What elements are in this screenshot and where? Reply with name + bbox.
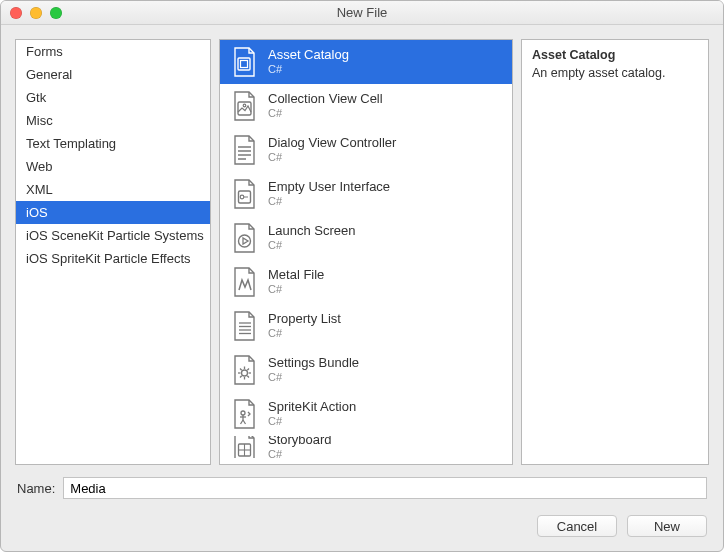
category-item[interactable]: Web xyxy=(16,155,210,178)
template-item[interactable]: Settings BundleC# xyxy=(220,348,512,392)
category-list[interactable]: FormsGeneralGtkMiscText TemplatingWebXML… xyxy=(16,40,210,270)
template-text: Dialog View ControllerC# xyxy=(268,136,396,164)
name-label: Name: xyxy=(17,481,55,496)
category-item[interactable]: XML xyxy=(16,178,210,201)
template-list[interactable]: Asset CatalogC#Collection View CellC#Dia… xyxy=(220,40,512,464)
category-item[interactable]: Misc xyxy=(16,109,210,132)
template-name: Dialog View Controller xyxy=(268,136,396,151)
category-item[interactable]: iOS SpriteKit Particle Effects xyxy=(16,247,210,270)
empty-ui-icon xyxy=(230,178,258,210)
template-item[interactable]: Property ListC# xyxy=(220,304,512,348)
zoom-window-button[interactable] xyxy=(50,7,62,19)
template-panel: Asset CatalogC#Collection View CellC#Dia… xyxy=(219,39,513,465)
template-lang: C# xyxy=(268,327,341,340)
template-name: Storyboard xyxy=(268,436,332,448)
collection-view-cell-icon xyxy=(230,90,258,122)
template-name: Asset Catalog xyxy=(268,48,349,63)
template-name: SpriteKit Action xyxy=(268,400,356,415)
template-text: Property ListC# xyxy=(268,312,341,340)
metal-file-icon xyxy=(230,266,258,298)
template-name: Property List xyxy=(268,312,341,327)
template-name: Metal File xyxy=(268,268,324,283)
panels: FormsGeneralGtkMiscText TemplatingWebXML… xyxy=(15,39,709,465)
template-lang: C# xyxy=(268,195,390,208)
dialog-view-controller-icon xyxy=(230,134,258,166)
template-text: StoryboardC# xyxy=(268,436,332,458)
asset-catalog-icon xyxy=(230,46,258,78)
close-window-button[interactable] xyxy=(10,7,22,19)
category-item[interactable]: Forms xyxy=(16,40,210,63)
template-item[interactable]: Collection View CellC# xyxy=(220,84,512,128)
template-name: Collection View Cell xyxy=(268,92,383,107)
window-title: New File xyxy=(1,5,723,20)
dialog-window: New File FormsGeneralGtkMiscText Templat… xyxy=(0,0,724,552)
dialog-body: FormsGeneralGtkMiscText TemplatingWebXML… xyxy=(1,25,723,551)
minimize-window-button[interactable] xyxy=(30,7,42,19)
template-lang: C# xyxy=(268,415,356,428)
template-item[interactable]: Metal FileC# xyxy=(220,260,512,304)
settings-bundle-icon xyxy=(230,354,258,386)
template-lang: C# xyxy=(268,151,396,164)
template-item[interactable]: Dialog View ControllerC# xyxy=(220,128,512,172)
description-body: An empty asset catalog. xyxy=(532,66,698,80)
spritekit-action-icon xyxy=(230,398,258,430)
template-text: Asset CatalogC# xyxy=(268,48,349,76)
template-item[interactable]: Asset CatalogC# xyxy=(220,40,512,84)
window-controls xyxy=(10,7,62,19)
template-text: Empty User InterfaceC# xyxy=(268,180,390,208)
template-name: Empty User Interface xyxy=(268,180,390,195)
category-item[interactable]: iOS xyxy=(16,201,210,224)
new-button[interactable]: New xyxy=(627,515,707,537)
property-list-icon xyxy=(230,310,258,342)
template-text: Settings BundleC# xyxy=(268,356,359,384)
template-text: SpriteKit ActionC# xyxy=(268,400,356,428)
template-lang: C# xyxy=(268,239,355,252)
button-row: Cancel New xyxy=(15,511,709,543)
titlebar: New File xyxy=(1,1,723,25)
category-item[interactable]: Text Templating xyxy=(16,132,210,155)
template-text: Collection View CellC# xyxy=(268,92,383,120)
category-panel: FormsGeneralGtkMiscText TemplatingWebXML… xyxy=(15,39,211,465)
description-panel: Asset Catalog An empty asset catalog. xyxy=(521,39,709,465)
template-item[interactable]: SpriteKit ActionC# xyxy=(220,392,512,436)
template-lang: C# xyxy=(268,107,383,120)
template-text: Launch ScreenC# xyxy=(268,224,355,252)
template-item[interactable]: StoryboardC# xyxy=(220,436,512,458)
category-item[interactable]: General xyxy=(16,63,210,86)
storyboard-icon xyxy=(230,436,258,458)
template-lang: C# xyxy=(268,448,332,458)
template-item[interactable]: Launch ScreenC# xyxy=(220,216,512,260)
category-item[interactable]: iOS SceneKit Particle Systems xyxy=(16,224,210,247)
cancel-button[interactable]: Cancel xyxy=(537,515,617,537)
description-title: Asset Catalog xyxy=(532,48,698,62)
template-name: Settings Bundle xyxy=(268,356,359,371)
template-lang: C# xyxy=(268,371,359,384)
template-name: Launch Screen xyxy=(268,224,355,239)
name-input[interactable] xyxy=(63,477,707,499)
template-lang: C# xyxy=(268,283,324,296)
launch-screen-icon xyxy=(230,222,258,254)
template-text: Metal FileC# xyxy=(268,268,324,296)
template-lang: C# xyxy=(268,63,349,76)
category-item[interactable]: Gtk xyxy=(16,86,210,109)
template-item[interactable]: Empty User InterfaceC# xyxy=(220,172,512,216)
name-row: Name: xyxy=(15,477,709,499)
